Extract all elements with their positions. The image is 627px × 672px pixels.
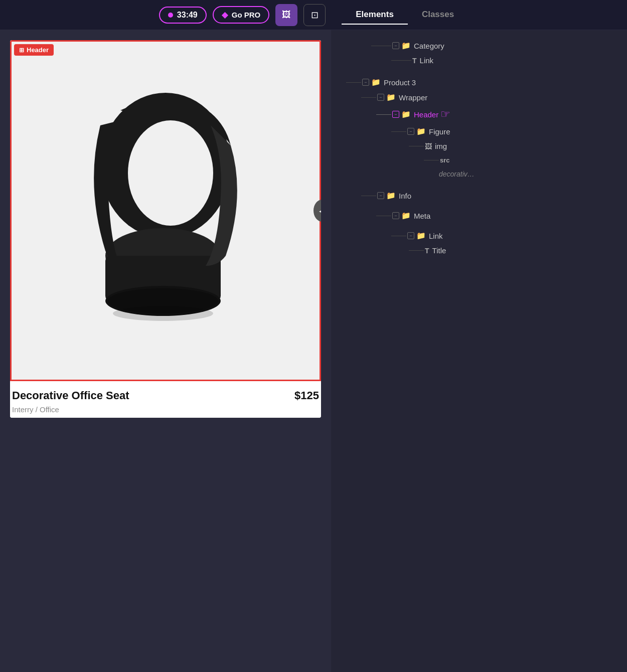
tree-node-category[interactable]: − 📁 Category <box>331 38 627 53</box>
node-label-link2: Link <box>429 232 443 240</box>
folder-icon-figure: 📁 <box>416 127 426 136</box>
tree-node-link1[interactable]: T Link <box>331 53 627 68</box>
img-icon: 🖼 <box>425 142 432 150</box>
src-attr-icon: src <box>440 156 450 164</box>
tree-node-figure[interactable]: − 📁 Figure <box>331 124 627 139</box>
folder-icon: 📁 <box>401 41 411 50</box>
tree-node-product3[interactable]: − 📁 Product 3 <box>331 75 627 90</box>
crop-button[interactable]: ⊡ <box>303 4 326 26</box>
timer-label: 33:49 <box>177 11 198 20</box>
tab-classes[interactable]: Classes <box>408 6 468 25</box>
header-badge-icon: ⊞ <box>19 47 24 54</box>
folder-icon-info: 📁 <box>386 191 396 200</box>
tree-node-header[interactable]: − 📁 Header ☞ <box>331 105 627 124</box>
header-badge: ⊞ Header <box>14 44 54 56</box>
image-mode-button[interactable]: 🖼 <box>275 4 297 26</box>
expand-category[interactable]: − <box>392 42 399 49</box>
expand-wrapper[interactable]: − <box>377 94 384 101</box>
crop-icon: ⊡ <box>311 10 319 21</box>
product-image-area: ◀ <box>10 40 321 381</box>
collapse-icon: ◀ <box>319 206 321 216</box>
toolbar: 33:49 ◆ Go PRO 🖼 ⊡ Elements Classes <box>0 0 627 30</box>
node-label-link1: Link <box>420 56 434 65</box>
text-icon-title: T <box>425 247 429 255</box>
node-label-title: Title <box>432 246 446 255</box>
pro-label: Go PRO <box>232 11 261 19</box>
expand-meta[interactable]: − <box>392 212 399 219</box>
tree-node-wrapper[interactable]: − 📁 Wrapper <box>331 90 627 105</box>
product-title-row: Decorative Office Seat $125 <box>12 389 319 402</box>
diamond-icon: ◆ <box>222 10 228 20</box>
collapse-button[interactable]: ◀ <box>314 200 321 222</box>
node-label-header: Header <box>414 110 438 119</box>
expand-product3[interactable]: − <box>362 79 369 86</box>
chair-image <box>70 85 261 336</box>
tab-elements[interactable]: Elements <box>342 6 408 25</box>
tree-node-decorative: decorativ… <box>331 167 627 181</box>
folder-icon-wrapper: 📁 <box>386 93 396 102</box>
folder-icon-product3: 📁 <box>371 78 381 87</box>
node-label-info: Info <box>399 192 411 200</box>
decorative-value: decorativ… <box>439 170 475 178</box>
tab-group: Elements Classes <box>342 6 468 25</box>
tree-node-info[interactable]: − 📁 Info <box>331 188 627 203</box>
product-card: ⊞ Header <box>10 40 321 418</box>
main-area: ⊞ Header <box>0 30 627 672</box>
tree-node-title[interactable]: T Title <box>331 243 627 258</box>
node-label-figure: Figure <box>429 127 450 136</box>
folder-icon-link2: 📁 <box>416 231 426 240</box>
node-label-img: img <box>435 142 447 150</box>
go-pro-button[interactable]: ◆ Go PRO <box>213 6 270 24</box>
product-price: $125 <box>294 389 319 402</box>
expand-link2[interactable]: − <box>407 232 414 239</box>
tree-node-meta[interactable]: − 📁 Meta <box>331 208 627 223</box>
node-label-category: Category <box>414 42 444 50</box>
tree-node-src[interactable]: src <box>331 153 627 167</box>
folder-icon-header: 📁 <box>401 110 411 119</box>
expand-header[interactable]: − <box>392 111 399 118</box>
timer-dot-icon <box>168 13 173 18</box>
cursor-hand-icon: ☞ <box>440 108 450 121</box>
product-info: Decorative Office Seat $125 Interry / Of… <box>10 381 321 418</box>
product-meta: Interry / Office <box>12 405 319 414</box>
text-icon: T <box>412 57 417 65</box>
timer-button[interactable]: 33:49 <box>159 7 207 24</box>
svg-point-1 <box>128 120 213 226</box>
tree-node-link2[interactable]: − 📁 Link <box>331 228 627 243</box>
image-icon: 🖼 <box>282 10 291 20</box>
node-label-meta: Meta <box>414 212 430 220</box>
canvas-panel: ⊞ Header <box>0 30 331 672</box>
expand-figure[interactable]: − <box>407 128 414 135</box>
svg-point-6 <box>113 306 213 321</box>
node-label-wrapper: Wrapper <box>399 93 427 102</box>
expand-info[interactable]: − <box>377 192 384 199</box>
tree-node-img[interactable]: 🖼 img <box>331 139 627 153</box>
node-label-product3: Product 3 <box>384 78 416 87</box>
folder-icon-meta: 📁 <box>401 211 411 220</box>
tree-panel: − 📁 Category T Link − 📁 Product 3 − 📁 Wr… <box>331 30 627 672</box>
product-title: Decorative Office Seat <box>12 389 129 402</box>
header-badge-label: Header <box>27 46 49 54</box>
